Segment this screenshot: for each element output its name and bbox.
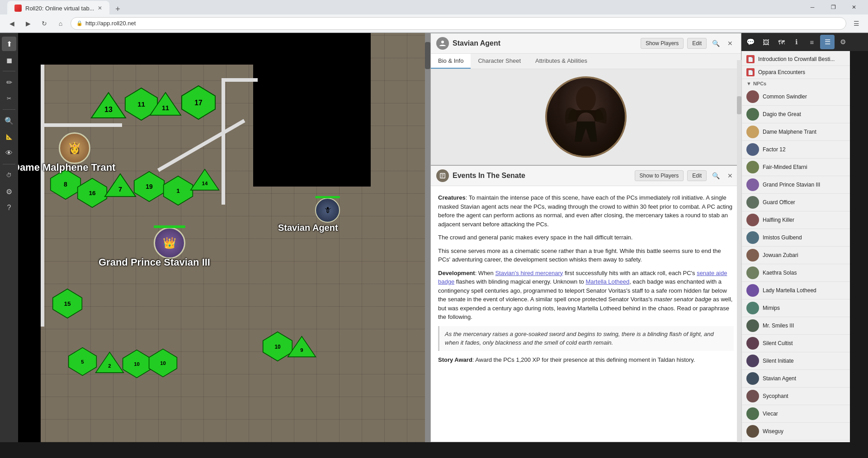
reload-btn[interactable]: ↻ [38,17,51,30]
measure-tool-btn[interactable]: 📐 [2,130,16,144]
map-scrollbar[interactable] [425,33,430,442]
npc-sycophant-label: Sycophant [763,393,788,399]
avatar-kaethra [746,266,759,279]
events-blockquote: As the mercenary raises a gore-soaked sw… [438,326,734,351]
journal-icon-btn[interactable]: ☰ [820,35,835,49]
npc-sycophant[interactable]: Sycophant [742,388,850,405]
health-bar-stavian [154,225,185,228]
npc-halfling-label: Halfling Killer [763,217,794,223]
help-tool-btn[interactable]: ? [2,201,16,215]
npc-imistos[interactable]: Imistos Gulbend [742,229,850,247]
svg-text:16: 16 [89,190,96,196]
npc-silent-initiate[interactable]: Silent Initiate [742,352,850,370]
events-scrollbar[interactable] [737,165,741,442]
minimize-btn[interactable]: ─ [802,0,823,14]
close-events-btn[interactable]: ✕ [725,170,736,181]
journal-item-intro[interactable]: 📄 Introduction to Crownfall Besti... [742,53,850,66]
svg-text:13: 13 [104,106,113,113]
npc-factor12[interactable]: Factor 12 [742,141,850,159]
show-players-events-btn[interactable]: Show to Players [635,170,684,181]
npc-stavian-agent[interactable]: Stavian Agent [742,370,850,388]
avatar-jowuan [746,249,759,262]
npc-wiseguy[interactable]: Wiseguy [742,423,850,440]
fog-tool-btn[interactable]: ◼ [2,53,16,67]
tab-close-btn[interactable]: ✕ [98,5,102,11]
dice-mid-2: 16 [77,178,108,210]
zoom-tool-btn[interactable]: 🔍 [2,113,16,128]
npc-common-swindler[interactable]: Common Swindler [742,88,850,106]
npc-viecar[interactable]: Viecar [742,405,850,423]
avatar-guard-officer [746,196,759,209]
cursor-tool-btn[interactable]: ⬆ [2,37,16,51]
settings-tool-btn[interactable]: ⚙ [2,184,16,199]
char-panel-icon [436,37,449,50]
text-icon-btn[interactable]: ≡ [805,35,819,49]
avatar-imistos [746,231,759,244]
new-tab-btn[interactable]: + [111,3,124,15]
search-char-btn[interactable]: 🔍 [710,38,721,49]
clock-tool-btn[interactable]: ⏱ [2,168,16,182]
dice-bot-5: 10 [148,348,178,379]
martella-link[interactable]: Martella Lotheed [585,278,629,285]
token-agent[interactable]: 🗡 [315,198,340,223]
token-dame[interactable]: 👸 [59,132,90,164]
npc-lady-martella[interactable]: Lady Martella Lotheed [742,282,850,299]
extensions-btn[interactable]: ☰ [850,17,863,30]
npc-silent-cultist[interactable]: Silent Cultist [742,335,850,352]
map-scrollbar-thumb[interactable] [425,42,430,69]
tab-bio[interactable]: Bio & Info [431,54,471,69]
npc-halfling[interactable]: Halfling Killer [742,211,850,229]
browser-tab-active[interactable]: Roll20: Online virtual tab... ✕ [7,1,109,15]
svg-text:19: 19 [146,183,153,190]
char-portrait-img [547,78,625,156]
npc-fairminded[interactable]: Fair-Minded Efarni [742,159,850,176]
info-icon-btn[interactable]: ℹ [789,35,804,49]
events-panel-icon [436,169,449,182]
erase-tool-btn[interactable]: ✂ [2,91,16,106]
home-btn[interactable]: ⌂ [54,17,67,30]
npc-mimips[interactable]: Mimips [742,299,850,317]
vtt-canvas[interactable]: ⬆ ◼ ✏ ✂ 🔍 📐 👁 ⏱ ⚙ ? 13 11 [0,33,425,442]
svg-text:10: 10 [160,360,166,366]
close-char-btn[interactable]: ✕ [725,38,736,49]
address-bar[interactable]: 🔒 http://app.roll20.net [71,17,846,30]
edit-char-btn[interactable]: Edit [687,38,707,49]
maximize-btn[interactable]: ❐ [823,0,844,14]
npc-dame[interactable]: Dame Malphene Trant [742,123,850,141]
search-events-btn[interactable]: 🔍 [710,170,721,181]
npc-mr-smiles[interactable]: Mr. Smiles III [742,317,850,335]
edit-events-btn[interactable]: Edit [687,170,707,181]
r20-right-area: 💬 🖼 🗺 ℹ ≡ ☰ ⚙ 📄 Introduction to Crownfal… [741,33,868,442]
eye-tool-btn[interactable]: 👁 [2,146,16,160]
r20-settings-btn[interactable]: ⚙ [835,35,850,49]
npc-dagio[interactable]: Dagio the Great [742,106,850,123]
draw-tool-btn[interactable]: ✏ [2,75,16,89]
npc-grandprince[interactable]: Grand Prince Stavian III [742,176,850,194]
map-icon-btn[interactable]: 🗺 [774,35,788,49]
avatar-sycophant [746,390,759,402]
npc-guard-officer[interactable]: Guard Officer [742,194,850,211]
token-stavian[interactable]: 👑 [154,227,185,259]
tab-attrs[interactable]: Attributes & Abilities [528,54,594,69]
mercenary-link[interactable]: Stavian's hired mercenary [495,270,563,276]
chat-icon-btn[interactable]: 💬 [743,35,758,49]
close-btn[interactable]: ✕ [844,0,864,14]
avatar-dagio [746,108,759,121]
portrait-icon-btn[interactable]: 🖼 [759,35,773,49]
events-panel: Events In The Senate Show to Players Edi… [430,165,741,442]
toolbar-sep-2 [3,109,15,110]
main-layout: ⬆ ◼ ✏ ✂ 🔍 📐 👁 ⏱ ⚙ ? 13 11 [0,33,868,442]
npc-jowuan[interactable]: Jowuan Zubari [742,247,850,264]
forward-btn[interactable]: ▶ [22,17,34,30]
dice-mid-4: 19 [133,171,165,204]
show-players-btn[interactable]: Show Players [641,38,684,49]
back-btn[interactable]: ◀ [5,17,18,30]
svg-text:2: 2 [108,363,111,369]
npc-kaethra[interactable]: Kaethra Solas [742,264,850,282]
tab-sheet[interactable]: Character Sheet [471,54,528,69]
svg-text:10: 10 [134,361,140,367]
browser-chrome: Roll20: Online virtual tab... ✕ + ─ ❐ ✕ … [0,0,868,33]
journal-item-oppara[interactable]: 📄 Oppara Encounters [742,66,850,79]
avatar-dame [746,126,759,138]
events-p4: Development: When Stavian's hired mercen… [438,269,734,322]
